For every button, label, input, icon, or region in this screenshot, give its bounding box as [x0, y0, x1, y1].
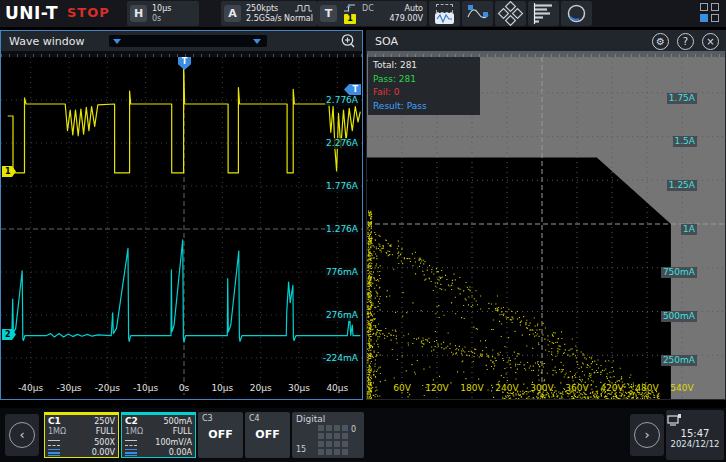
digital-bit-indicator [326, 441, 332, 447]
c2-probe: 100mV/A [155, 438, 192, 447]
acquire-block[interactable]: A 250kpts 2.5GSa/s Normal [221, 1, 317, 26]
brand-logo: UNI-T [5, 3, 58, 23]
digital-bit-indicator [342, 441, 348, 447]
histogram-icon [528, 1, 559, 26]
soa-x-axis-label: 420V [600, 383, 623, 394]
top-bar: UNI-T STOP H 10µs 0s A 250kpts 2.5GSa/s … [0, 0, 726, 27]
c3-state: OFF [198, 428, 243, 441]
soa-x-axis-label: 60V [393, 383, 411, 394]
horizontal-position-bar[interactable] [109, 35, 267, 47]
c2-name: C2 [125, 416, 138, 426]
soa-y-axis-label: 1.75A [667, 93, 697, 104]
horizontal-offset: 0s [152, 14, 161, 23]
soa-total: Total: 281 [373, 59, 475, 73]
trigger-source-badge: 1 [344, 14, 356, 24]
digital-bit-indicator [318, 441, 324, 447]
wave-y-axis-label: 2.276A [325, 138, 359, 149]
panel-expand-right-button[interactable]: › [630, 414, 664, 456]
digital-bit-indicator [326, 449, 332, 455]
c1-bandwidth: FULL [96, 427, 115, 436]
usb-device-icon [666, 414, 682, 427]
wave-y-axis-label: 1.276A [325, 224, 359, 235]
c3-name: C3 [202, 414, 213, 423]
trigger-letter: T [320, 5, 337, 22]
soa-stats-box: Total: 281 Pass: 281 Fail: 0 Result: Pas… [368, 57, 480, 115]
bottom-bar: ‹ C1250V 1MΩFULL 500X 0.00V C2500mA 1MΩF… [0, 408, 726, 462]
soa-x-axis-label: 240V [495, 383, 518, 394]
c1-scale: 250V [94, 417, 115, 426]
cursor-measure-button[interactable] [462, 1, 493, 26]
c1-impedance: 1MΩ [48, 427, 66, 436]
soa-y-axis-label: 750mA [661, 267, 697, 278]
chevron-down-icon [253, 39, 261, 44]
wave-x-axis-label: 30µs [288, 383, 310, 394]
digital-bit-indicator [318, 433, 324, 439]
soa-y-axis-label: 250mA [661, 355, 697, 366]
wave-x-axis-label: -10µs [133, 383, 158, 394]
trigger-level-value: 479.00V [390, 14, 423, 23]
c1-name: C1 [48, 416, 61, 426]
wave-plot[interactable] [1, 57, 362, 395]
soa-x-axis-label: 300V [530, 383, 553, 394]
digital-channels-box[interactable]: Digital 0 15 [292, 412, 364, 458]
search-circle-icon [561, 1, 592, 26]
acquire-mode: Normal [284, 14, 313, 23]
close-icon[interactable]: × [702, 33, 719, 50]
window-layout-button[interactable] [700, 3, 722, 24]
wave-y-axis-label: -224mA [322, 353, 359, 364]
channel4-box[interactable]: C4 OFF [245, 412, 290, 458]
wave-window-titlebar[interactable]: Wave window [1, 31, 362, 51]
wave-x-axis-label: 10µs [211, 383, 233, 394]
soa-pass: Pass: 281 [373, 73, 475, 87]
channel2-box[interactable]: C2500mA 1MΩFULL 100mV/A 0.00A [121, 412, 196, 458]
c2-offset: 0.00A [169, 448, 192, 457]
waveform-move-tool-button[interactable] [429, 1, 460, 26]
acquire-mode-icon [295, 4, 313, 12]
cursor-ab-icon [462, 1, 493, 26]
zoom-in-icon[interactable] [340, 33, 356, 49]
soa-titlebar[interactable]: SOA ⚙ ? × [367, 31, 725, 51]
channel1-box[interactable]: C1250V 1MΩFULL 500X 0.00V [44, 412, 119, 458]
wave-x-axis-label: 20µs [250, 383, 272, 394]
soa-x-axis-label: 360V [565, 383, 588, 394]
wave-y-axis-label: 2.776A [325, 95, 359, 106]
selection-rect-icon [436, 4, 453, 13]
xy-mode-button[interactable] [495, 1, 526, 26]
soa-y-axis-label: 1A [681, 224, 697, 235]
acquire-letter: A [224, 5, 241, 22]
soa-fail: Fail: 0 [373, 86, 475, 100]
wave-x-axis-label: 40µs [326, 383, 348, 394]
soa-y-axis-label: 1.25A [667, 180, 697, 191]
waveform-move-icon [435, 13, 454, 24]
wave-x-axis-label: 0s [179, 383, 189, 394]
histogram-button[interactable] [528, 1, 559, 26]
c4-name: C4 [249, 414, 260, 423]
gear-icon[interactable]: ⚙ [652, 33, 669, 50]
trigger-block[interactable]: T 1 DC Auto 479.00V [317, 1, 427, 26]
chevron-left-icon: ‹ [9, 422, 35, 448]
digital-last-bit: 15 [296, 445, 306, 454]
memory-depth: 250kpts [246, 4, 278, 13]
digital-bit-indicator [334, 441, 340, 447]
horizontal-block[interactable]: H 10µs 0s [127, 1, 199, 26]
layout-square-icon [711, 14, 719, 22]
digital-bit-indicator [334, 433, 340, 439]
help-icon[interactable]: ? [677, 33, 694, 50]
c2-impedance: 1MΩ [125, 427, 143, 436]
soa-y-axis-label: 1.5A [673, 136, 697, 147]
wave-y-axis-label: 276mA [325, 310, 359, 321]
digital-bit-indicator [326, 433, 332, 439]
channel3-box[interactable]: C3 OFF [198, 412, 243, 458]
soa-title: SOA [375, 35, 398, 48]
digital-bit-indicator [318, 425, 324, 431]
soa-result: Result: Pass [373, 100, 475, 114]
layout-square-icon [711, 3, 719, 11]
clock-panel[interactable]: 15:47 2024/12/12 [666, 410, 724, 460]
wave-x-axis-label: -40µs [18, 383, 43, 394]
c4-state: OFF [245, 428, 290, 441]
search-button[interactable] [561, 1, 592, 26]
panel-collapse-left-button[interactable]: ‹ [5, 414, 39, 456]
run-stop-indicator[interactable]: STOP [67, 5, 110, 20]
soa-x-axis-label: 180V [460, 383, 483, 394]
soa-x-axis-label: 120V [425, 383, 448, 394]
